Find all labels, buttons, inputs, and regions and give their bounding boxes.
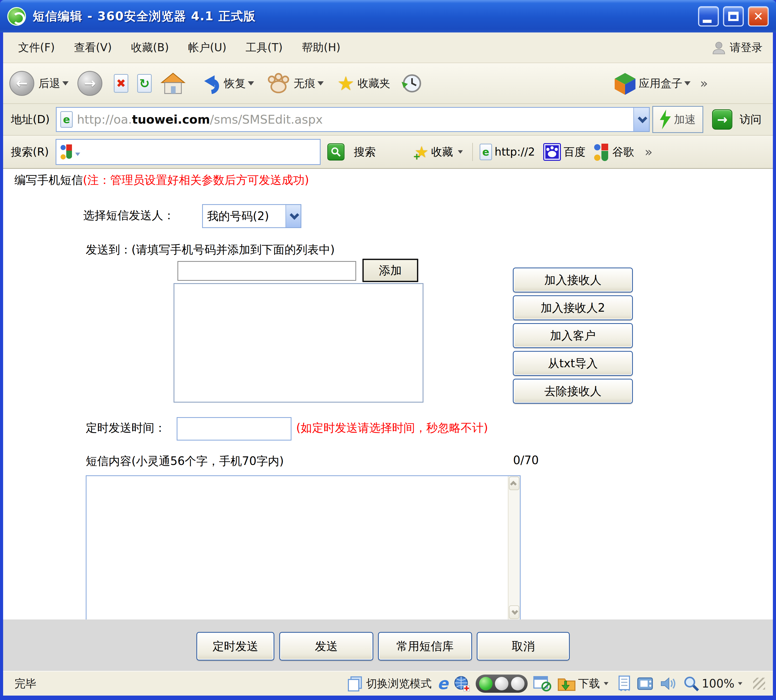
sender-label: 选择短信发送人： — [83, 208, 175, 223]
close-button[interactable]: ✕ — [748, 6, 769, 27]
adblock-icon[interactable] — [533, 676, 552, 692]
address-input[interactable]: e http://oa.tuowei.com/sms/SMSEdit.aspx — [56, 107, 650, 132]
schedule-time-input[interactable] — [177, 417, 292, 440]
favorites-star-icon: ★ — [337, 74, 354, 93]
scroll-down-button[interactable] — [509, 605, 519, 619]
sender-selected-value: 我的号码(2) — [203, 208, 285, 224]
media-icon[interactable] — [637, 677, 654, 691]
menu-help[interactable]: 帮助(H) — [302, 40, 340, 55]
switch-browse-mode-button[interactable]: 切换浏览模式 — [347, 676, 432, 692]
stop-button[interactable]: ✖ — [114, 74, 128, 93]
refresh-icon: ↻ — [139, 76, 150, 91]
page-favicon: e — [60, 111, 73, 128]
maximize-button[interactable] — [723, 6, 744, 27]
scrollbar[interactable] — [508, 476, 520, 620]
appbox-button[interactable]: 应用盒子 — [614, 72, 682, 95]
recipient-listbox[interactable] — [174, 283, 424, 403]
login-label: 请登录 — [730, 40, 763, 55]
browser-logo-icon — [7, 7, 26, 26]
url-domain: tuowei.com — [132, 112, 210, 127]
baidu-button[interactable]: 百度 — [543, 143, 585, 161]
sender-select[interactable]: 我的号码(2) — [202, 204, 301, 228]
window-title: 短信编辑 - 360安全浏览器 4.1 正式版 — [33, 8, 256, 24]
speaker-icon[interactable] — [660, 676, 677, 692]
phone-number-input[interactable] — [177, 261, 356, 281]
appbox-dropdown-icon[interactable] — [684, 81, 691, 85]
go-button[interactable]: → — [712, 109, 733, 130]
undo-icon — [199, 72, 221, 95]
resize-grip[interactable] — [753, 678, 765, 690]
remove-recipient-button[interactable]: 去除接收人 — [513, 379, 633, 403]
receipt-icon[interactable] — [617, 676, 632, 692]
schedule-time-label: 定时发送时间： — [86, 420, 166, 436]
gray-light2-icon — [511, 677, 524, 690]
zoom-value: 100% — [702, 677, 734, 690]
zoom-magnifier-icon — [683, 675, 699, 692]
add-recipient-button[interactable]: 加入接收人 — [513, 268, 633, 292]
google-button[interactable]: 谷歌 — [593, 143, 634, 161]
titlebar: 短信编辑 - 360安全浏览器 4.1 正式版 ✕ — [0, 0, 776, 32]
add-favorite-button[interactable]: ★+ 收藏 — [415, 144, 466, 160]
paw-icon — [267, 71, 291, 96]
refresh-button[interactable]: ↻ — [137, 74, 152, 93]
menubar: 文件(F) 查看(V) 收藏(B) 帐户(U) 工具(T) 帮助(H) 请登录 — [3, 32, 773, 63]
globe-medic-icon[interactable] — [454, 676, 470, 692]
search-input[interactable] — [56, 139, 320, 165]
close-icon: ✕ — [749, 7, 768, 25]
menu-account[interactable]: 帐户(U) — [188, 40, 227, 55]
menu-tools[interactable]: 工具(T) — [246, 40, 283, 55]
restore-button[interactable]: 恢复 — [199, 72, 246, 95]
quick-link-button[interactable]: e http://2 — [480, 143, 535, 160]
zoom-control[interactable]: 100% — [683, 675, 745, 692]
add-button[interactable]: 添加 — [362, 259, 418, 282]
pages-icon — [347, 676, 364, 692]
message-textarea[interactable] — [87, 476, 508, 620]
search-label: 搜索(R) — [3, 145, 56, 159]
download-dropdown-icon — [604, 682, 608, 685]
select-arrow-button[interactable] — [285, 205, 300, 227]
scroll-up-button[interactable] — [509, 477, 519, 490]
favorites-button[interactable]: ★ 收藏夹 — [337, 74, 390, 93]
history-button[interactable] — [401, 72, 422, 94]
baidu-label: 百度 — [564, 145, 585, 159]
search-go-label[interactable]: 搜索 — [354, 145, 375, 159]
minimize-button[interactable] — [698, 6, 719, 27]
baidu-icon — [543, 143, 561, 161]
ie-icon[interactable]: e — [437, 674, 448, 693]
visit-label[interactable]: 访问 — [739, 112, 761, 127]
restore-label: 恢复 — [224, 76, 246, 91]
scheduled-send-button[interactable]: 定时发送 — [196, 632, 274, 660]
incognito-label: 无痕 — [294, 76, 315, 91]
search-button[interactable] — [327, 143, 344, 160]
appbox-icon — [614, 72, 636, 95]
menu-file[interactable]: 文件(F) — [18, 40, 55, 55]
favorite-label: 收藏 — [431, 145, 453, 159]
maximize-icon — [728, 12, 739, 21]
download-button[interactable]: 下载 — [557, 676, 611, 692]
add-customer-button[interactable]: 加入客户 — [513, 323, 633, 348]
back-dropdown-icon[interactable] — [62, 81, 68, 85]
search-engine-dropdown-icon[interactable] — [75, 152, 80, 156]
home-button[interactable] — [160, 72, 185, 95]
cancel-button[interactable]: 取消 — [477, 632, 570, 660]
toolbar-overflow-button[interactable]: » — [700, 76, 708, 91]
incognito-button[interactable]: 无痕 — [267, 71, 315, 96]
import-txt-button[interactable]: 从txt导入 — [513, 351, 633, 376]
menu-view[interactable]: 查看(V) — [74, 40, 112, 55]
login-button[interactable]: 请登录 — [712, 40, 773, 55]
back-button[interactable]: ← 后退 — [9, 71, 60, 96]
restore-dropdown-icon[interactable] — [248, 81, 254, 85]
menu-favorites[interactable]: 收藏(B) — [131, 40, 169, 55]
download-folder-icon — [557, 676, 576, 692]
add-recipient2-button[interactable]: 加入接收人2 — [513, 295, 633, 320]
sendto-label: 发送到：(请填写手机号码并添加到下面的列表中) — [86, 242, 335, 257]
forward-button[interactable]: → — [77, 71, 102, 96]
address-dropdown-button[interactable] — [633, 108, 649, 131]
sms-template-button[interactable]: 常用短信库 — [378, 632, 472, 660]
search-overflow-button[interactable]: » — [644, 144, 653, 160]
send-button[interactable]: 发送 — [279, 632, 373, 660]
incognito-dropdown-icon[interactable] — [317, 81, 324, 85]
traffic-light-indicator[interactable] — [476, 675, 527, 693]
accelerate-button[interactable]: 加速 — [653, 106, 703, 133]
switch-mode-label: 切换浏览模式 — [366, 677, 432, 691]
